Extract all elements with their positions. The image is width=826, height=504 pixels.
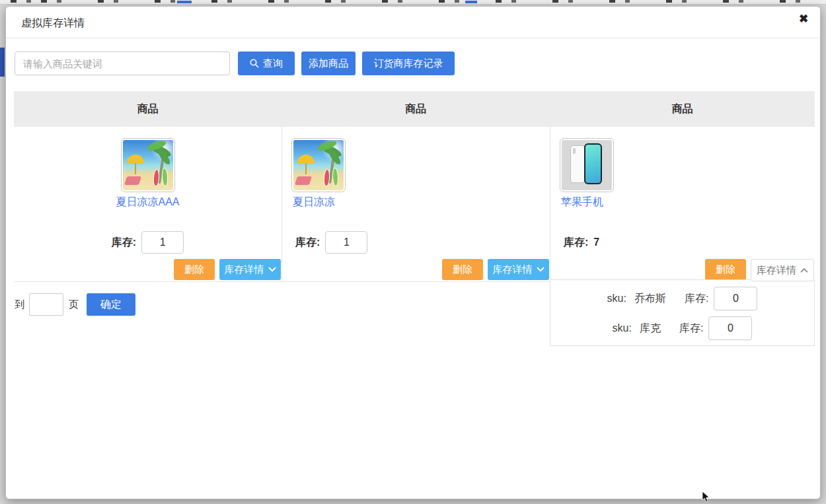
sku-stock-label: 库存: (685, 292, 708, 306)
sku-label: sku: (607, 293, 626, 305)
chevron-down-icon (537, 267, 544, 272)
product-1-name-link[interactable]: 夏日凉凉AAA (14, 196, 282, 209)
table-header-product-2: 商品 (282, 91, 550, 127)
stock-detail-label: 库存详情 (225, 264, 264, 276)
product-3-stock-value: 7 (593, 236, 599, 248)
surfboard-icon (153, 169, 160, 187)
stock-line: 库存: 7 (550, 231, 815, 254)
product-3-thumbnail[interactable] (560, 138, 614, 192)
product-2-name-link[interactable]: 夏日凉凉 (282, 196, 550, 209)
phone-back-icon (570, 145, 585, 183)
stock-line: 库存: (14, 231, 282, 254)
product-1-delete-button[interactable]: 删除 (174, 259, 215, 280)
sku-1-stock-input[interactable] (714, 287, 757, 310)
product-1-stock-input[interactable] (141, 231, 184, 254)
sku-row: sku: 乔布斯 库存: (550, 287, 814, 310)
stock-label: 库存: (112, 236, 136, 250)
pagination: 到 页 确定 (15, 293, 135, 316)
phone-front-icon (584, 143, 602, 184)
phone-image (562, 140, 612, 190)
stock-label: 库存: (564, 236, 588, 250)
close-icon[interactable]: ✖ (796, 11, 811, 27)
sku-row: sku: 库克 库存: (550, 316, 814, 340)
sku-name: 库克 (640, 322, 661, 336)
product-cell-2: 夏日凉凉 库存: 删除 库存详情 (282, 127, 550, 281)
toolbar: 查询 添加商品 订货商库存记录 (15, 52, 455, 75)
virtual-stock-dialog: 虚拟库存详情 ✖ 查询 添加商品 订货商库存记录 商品 商品 商品 (5, 6, 821, 499)
table-header-product-1: 商品 (14, 91, 282, 127)
umbrella-pole-icon (135, 163, 136, 174)
query-button-label: 查询 (263, 57, 283, 70)
umbrella-icon (127, 155, 144, 164)
table-header-row: 商品 商品 商品 (14, 91, 815, 127)
topbar-text-fragment (177, 1, 192, 3)
row-buttons: 删除 库存详情 (14, 259, 282, 280)
row-buttons: 删除 库存详情 (550, 259, 815, 281)
beach-image (123, 140, 173, 190)
stock-detail-label: 库存详情 (493, 264, 533, 276)
sku-label: sku: (613, 322, 632, 334)
add-product-button[interactable]: 添加商品 (301, 52, 356, 75)
table-header-product-3: 商品 (550, 91, 815, 127)
mouse-cursor (702, 491, 712, 503)
row-buttons: 删除 库存详情 (282, 259, 550, 280)
product-3-delete-button[interactable]: 删除 (705, 259, 746, 280)
beach-chair-icon (295, 176, 312, 185)
stock-detail-label: 库存详情 (757, 264, 796, 277)
product-1-stock-detail-button[interactable]: 库存详情 (219, 259, 281, 280)
query-button[interactable]: 查询 (238, 52, 295, 75)
beach-image (293, 140, 344, 190)
product-2-stock-detail-button[interactable]: 库存详情 (488, 259, 549, 280)
table-row: 夏日凉凉AAA 库存: 删除 库存详情 (14, 127, 815, 282)
product-1-thumbnail[interactable] (121, 138, 175, 192)
product-cell-3: 苹果手机 库存: 7 删除 库存详情 (550, 127, 815, 281)
product-2-stock-input[interactable] (325, 231, 367, 254)
supplier-stock-record-button[interactable]: 订货商库存记录 (362, 52, 455, 75)
umbrella-icon (297, 155, 315, 164)
beach-chair-icon (124, 176, 141, 185)
go-to-label: 到 (15, 299, 24, 311)
background-sidebar-active-item (0, 48, 5, 77)
sku-stock-label: 库存: (679, 322, 703, 336)
product-cell-1: 夏日凉凉AAA 库存: 删除 库存详情 (14, 127, 282, 281)
product-table: 商品 商品 商品 (14, 91, 815, 282)
topbar-text-fragment (465, 1, 477, 3)
product-2-thumbnail[interactable] (291, 138, 346, 192)
page-label: 页 (69, 299, 79, 311)
sku-name: 乔布斯 (634, 292, 666, 306)
search-input[interactable] (15, 52, 230, 75)
search-icon (250, 59, 259, 68)
product-3-sku-panel: sku: 乔布斯 库存: sku: 库克 库存: (550, 279, 815, 346)
surfboard-icon (161, 168, 168, 186)
stock-label: 库存: (295, 236, 320, 250)
sku-2-stock-input[interactable] (708, 316, 752, 340)
background-page-topbar (0, 0, 826, 5)
product-2-delete-button[interactable]: 删除 (442, 259, 483, 280)
confirm-button[interactable]: 确定 (87, 293, 135, 316)
umbrella-pole-icon (305, 163, 307, 174)
product-3-stock-detail-button[interactable]: 库存详情 (751, 259, 814, 281)
chevron-up-icon (800, 268, 808, 273)
surfboard-icon (332, 168, 338, 186)
dialog-title: 虚拟库存详情 (21, 17, 85, 30)
dialog-header: 虚拟库存详情 ✖ (6, 7, 820, 38)
stock-line: 库存: (282, 231, 550, 254)
page-number-input[interactable] (29, 293, 63, 316)
surfboard-icon (323, 169, 330, 187)
product-3-name-link[interactable]: 苹果手机 (550, 196, 815, 209)
chevron-down-icon (268, 267, 276, 272)
